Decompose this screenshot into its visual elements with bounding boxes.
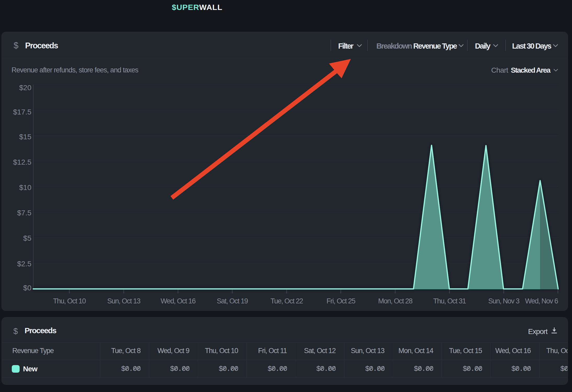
svg-text:$0.00: $0.00 xyxy=(511,365,531,372)
svg-text:$0.00: $0.00 xyxy=(121,365,140,372)
svg-text:$0.00: $0.00 xyxy=(365,365,384,372)
svg-text:$0.00: $0.00 xyxy=(462,365,482,372)
svg-text:$0.00: $0.00 xyxy=(414,365,433,372)
svg-text:Thu, Oct 10: Thu, Oct 10 xyxy=(53,297,86,305)
svg-text:Fri, Oct 25: Fri, Oct 25 xyxy=(326,297,355,305)
svg-text:Mon, Oct 28: Mon, Oct 28 xyxy=(378,297,412,305)
svg-text:$7.5: $7.5 xyxy=(17,209,32,217)
svg-text:$5: $5 xyxy=(23,234,31,242)
svg-text:$15: $15 xyxy=(19,133,31,141)
svg-text:Sat, Oct 19: Sat, Oct 19 xyxy=(217,297,248,305)
svg-text:$0.00: $0.00 xyxy=(316,365,336,372)
svg-text:$2.5: $2.5 xyxy=(17,260,32,268)
svg-text:$0.00: $0.00 xyxy=(267,365,287,372)
svg-text:Sun, Nov 3: Sun, Nov 3 xyxy=(488,297,519,305)
svg-text:$20: $20 xyxy=(19,84,31,92)
svg-text:$12.5: $12.5 xyxy=(13,158,31,166)
svg-text:Tue, Oct 22: Tue, Oct 22 xyxy=(270,297,303,305)
svg-text:$0.00: $0.00 xyxy=(560,365,568,372)
svg-text:Thu, Oct 31: Thu, Oct 31 xyxy=(433,297,466,305)
svg-text:$17.5: $17.5 xyxy=(13,108,31,116)
svg-text:$0.00: $0.00 xyxy=(219,365,238,372)
svg-text:Wed, Nov 6: Wed, Nov 6 xyxy=(525,297,558,305)
svg-text:$10: $10 xyxy=(19,183,31,192)
svg-text:$0.00: $0.00 xyxy=(170,365,189,372)
svg-text:Wed, Oct 16: Wed, Oct 16 xyxy=(161,297,196,305)
svg-text:$0: $0 xyxy=(23,284,31,292)
svg-text:Sun, Oct 13: Sun, Oct 13 xyxy=(107,297,140,305)
